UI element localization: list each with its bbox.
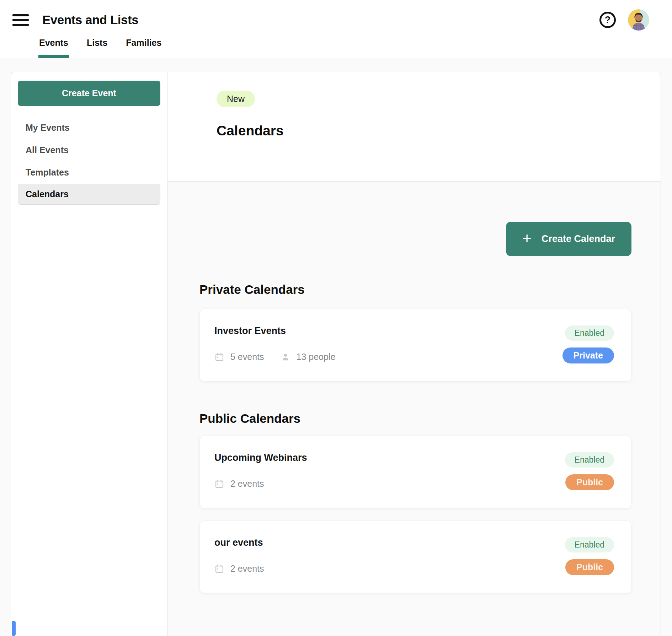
visibility-badge-public: Public — [565, 559, 614, 575]
avatar-photo — [628, 9, 649, 31]
page-header-area: New Calendars — [167, 72, 661, 182]
calendar-icon — [214, 352, 224, 362]
status-badge-enabled: Enabled — [565, 325, 614, 341]
plus-icon: + — [522, 231, 532, 246]
status-badge-enabled: Enabled — [565, 452, 614, 468]
card-title: our events — [214, 537, 264, 548]
toolbar: + Create Calendar — [199, 222, 631, 256]
private-calendars-heading: Private Calendars — [199, 282, 631, 297]
card-title: Upcoming Webinars — [214, 452, 307, 463]
events-count: 2 events — [230, 479, 264, 489]
main-content: New Calendars + Create Calendar Private … — [167, 72, 661, 636]
app-title: Events and Lists — [42, 13, 138, 27]
new-badge: New — [217, 91, 255, 107]
sidebar-item-templates[interactable]: Templates — [18, 161, 160, 184]
card-left: Investor Events 5 event — [214, 325, 335, 381]
visibility-badge-public: Public — [565, 474, 614, 490]
help-icon[interactable]: ? — [599, 12, 616, 28]
card-left: Upcoming Webinars 2 eve — [214, 452, 307, 508]
sidebar: Create Event My Events All Events Templa… — [11, 72, 167, 636]
sidebar-item-all-events[interactable]: All Events — [18, 139, 160, 161]
create-calendar-label: Create Calendar — [542, 233, 615, 244]
calendar-card-investor-events[interactable]: Investor Events 5 event — [199, 309, 631, 382]
app-header: Events and Lists ? — [0, 0, 672, 58]
events-count: 2 events — [230, 564, 264, 574]
create-event-button[interactable]: Create Event — [18, 81, 160, 106]
visibility-badge-private: Private — [562, 347, 614, 363]
hamburger-menu-icon[interactable] — [12, 14, 29, 26]
calendars-list-area: + Create Calendar Private Calendars Inve… — [167, 182, 661, 636]
page-title: Calendars — [217, 123, 646, 139]
sidebar-item-my-events[interactable]: My Events — [18, 117, 160, 139]
scrollbar-thumb[interactable] — [12, 621, 16, 636]
card-title: Investor Events — [214, 325, 335, 336]
status-badge-enabled: Enabled — [565, 537, 614, 553]
avatar[interactable] — [628, 9, 649, 31]
tab-lists[interactable]: Lists — [86, 36, 108, 58]
sidebar-item-calendars[interactable]: Calendars — [18, 184, 160, 205]
content-panel: Create Event My Events All Events Templa… — [11, 72, 661, 636]
primary-tabs: Events Lists Families — [38, 36, 649, 58]
card-left: our events 2 events — [214, 537, 264, 593]
calendar-icon — [214, 479, 224, 489]
tab-events[interactable]: Events — [38, 36, 69, 58]
people-count: 13 people — [297, 352, 336, 362]
public-calendars-heading: Public Calendars — [199, 411, 631, 426]
calendar-card-our-events[interactable]: our events 2 events — [199, 521, 631, 593]
person-icon — [281, 352, 290, 362]
tab-families[interactable]: Families — [125, 36, 162, 58]
calendar-card-upcoming-webinars[interactable]: Upcoming Webinars 2 eve — [199, 436, 631, 508]
events-count: 5 events — [230, 352, 264, 362]
calendar-icon — [214, 564, 224, 574]
create-calendar-button[interactable]: + Create Calendar — [506, 222, 631, 256]
page-body: Create Event My Events All Events Templa… — [0, 58, 672, 636]
